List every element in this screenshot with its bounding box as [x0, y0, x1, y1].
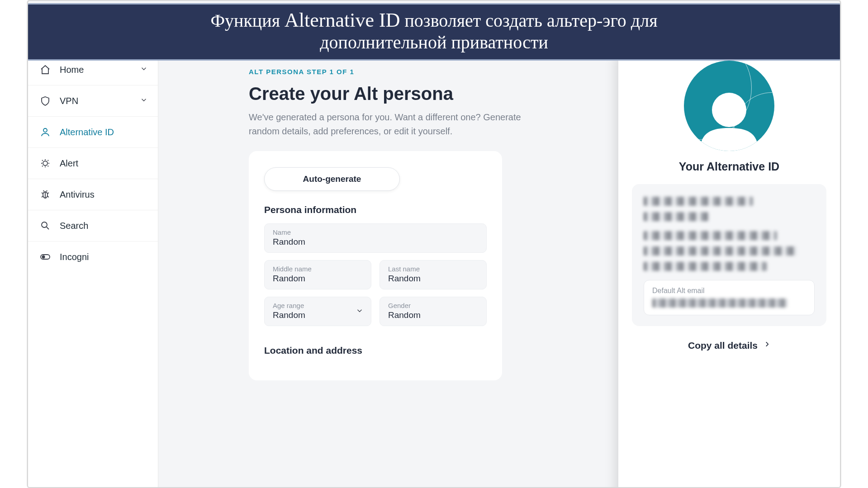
copy-all-label: Copy all details	[688, 340, 758, 351]
field-label: Name	[273, 228, 478, 236]
banner-line2: дополнительной приватности	[44, 32, 824, 53]
form-card: Auto-generate Persona information Name R…	[249, 151, 502, 380]
sidebar-item-label: Antivirus	[60, 190, 95, 200]
chevron-right-icon	[764, 340, 770, 351]
field-value: Random	[273, 310, 363, 320]
last-name-field[interactable]: Last name Random	[379, 260, 487, 289]
age-range-field[interactable]: Age range Random	[264, 297, 371, 326]
person-icon	[40, 127, 51, 137]
middle-name-field[interactable]: Middle name Random	[264, 260, 371, 289]
svg-point-1	[43, 161, 47, 166]
chevron-down-icon	[356, 307, 364, 317]
search-icon	[40, 220, 51, 231]
gender-field[interactable]: Gender Random	[379, 297, 487, 326]
blurred-email	[652, 298, 787, 308]
banner-highlight: Alternative ID	[285, 9, 400, 31]
field-label: Last name	[388, 265, 478, 273]
blurred-text	[644, 231, 777, 240]
sidebar-item-incogni[interactable]: Incogni	[28, 241, 158, 272]
info-banner: Функция Alternative ID позволяет создать…	[27, 3, 841, 61]
sidebar-item-alternative-id[interactable]: Alternative ID	[28, 116, 158, 147]
blurred-text	[644, 197, 753, 206]
svg-point-5	[42, 256, 45, 259]
avatar	[684, 61, 774, 151]
sidebar-item-antivirus[interactable]: Antivirus	[28, 179, 158, 210]
svg-point-6	[712, 93, 746, 127]
shield-icon	[40, 95, 51, 106]
sidebar: Home VPN Alternative ID	[28, 54, 158, 487]
alt-id-card: Your Alternative ID Default Alt email Co…	[618, 54, 840, 487]
field-value: Random	[388, 310, 478, 320]
field-value: Random	[273, 237, 478, 247]
section-persona-info: Persona information	[264, 204, 487, 215]
field-value: Random	[273, 274, 363, 284]
blurred-text	[644, 212, 709, 221]
sidebar-item-label: Alternative ID	[60, 127, 114, 137]
section-location: Location and address	[264, 345, 487, 356]
sidebar-item-alert[interactable]: Alert	[28, 147, 158, 179]
sidecard-title: Your Alternative ID	[679, 160, 779, 173]
email-label: Default Alt email	[652, 287, 806, 295]
chevron-down-icon	[140, 65, 148, 75]
sidebar-item-label: VPN	[60, 96, 78, 106]
auto-generate-button[interactable]: Auto-generate	[264, 167, 400, 191]
bug-icon	[40, 189, 51, 200]
field-label: Gender	[388, 302, 478, 309]
banner-suffix: позволяет создать альтер-эго для	[400, 10, 657, 31]
field-label: Middle name	[273, 265, 363, 273]
blurred-text	[644, 246, 797, 256]
name-field[interactable]: Name Random	[264, 223, 487, 253]
page-description: We've generated a persona for you. Want …	[249, 110, 538, 138]
default-alt-email-box[interactable]: Default Alt email	[644, 280, 815, 315]
sidebar-item-label: Alert	[60, 158, 78, 169]
chevron-down-icon	[140, 96, 148, 106]
alert-icon	[40, 158, 51, 169]
home-icon	[40, 64, 51, 75]
banner-prefix: Функция	[210, 10, 285, 31]
toggle-icon	[40, 251, 51, 262]
main-content: ALT PERSONA STEP 1 OF 1 Create your Alt …	[158, 54, 840, 487]
sidebar-item-search[interactable]: Search	[28, 210, 158, 241]
sidebar-item-vpn[interactable]: VPN	[28, 85, 158, 116]
svg-point-3	[42, 222, 47, 227]
alt-id-details: Default Alt email	[632, 184, 826, 326]
field-value: Random	[388, 274, 478, 284]
sidebar-item-label: Home	[60, 65, 84, 75]
sidebar-item-label: Incogni	[60, 252, 89, 262]
field-label: Age range	[273, 302, 363, 309]
blurred-text	[644, 262, 767, 271]
sidebar-item-label: Search	[60, 221, 88, 231]
svg-point-0	[43, 128, 47, 132]
copy-all-button[interactable]: Copy all details	[632, 340, 826, 351]
